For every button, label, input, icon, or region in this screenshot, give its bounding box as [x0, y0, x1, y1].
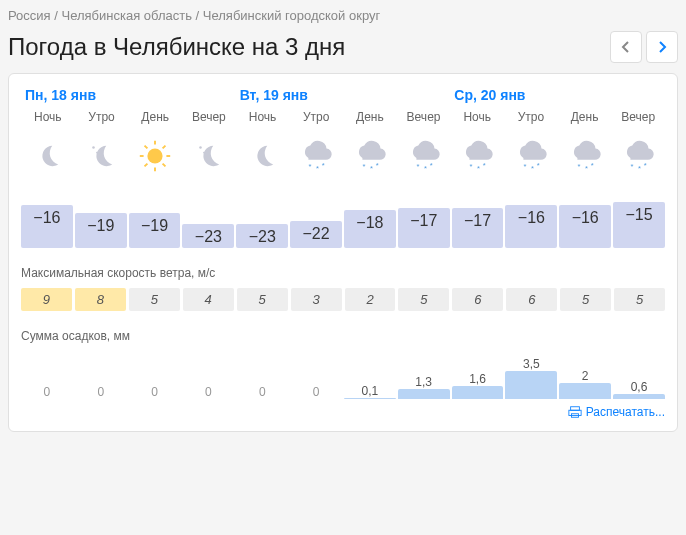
svg-point-0 [92, 146, 95, 149]
daypart-label: Утро [289, 110, 343, 124]
daypart-label: Вечер [182, 110, 236, 124]
svg-text:*: * [590, 161, 593, 170]
weather-card: Пн, 18 янв Вт, 19 янв Ср, 20 янв НочьУтр… [8, 73, 678, 432]
next-button[interactable] [646, 31, 678, 63]
crumb-link[interactable]: Челябинский городской округ [203, 8, 380, 23]
wind-value: 5 [614, 288, 665, 311]
svg-line-7 [145, 146, 148, 149]
precip-value: 0 [182, 385, 234, 399]
precip-value: 1,6 [452, 372, 504, 399]
weather-icon: *** [343, 128, 397, 184]
wind-value: 9 [21, 288, 72, 311]
svg-rect-34 [570, 407, 579, 411]
wind-value: 6 [452, 288, 503, 311]
temp-value: −23 [182, 224, 234, 248]
svg-text:*: * [638, 164, 641, 173]
precip-value: 0,6 [613, 380, 665, 399]
daypart-label: Ночь [450, 110, 504, 124]
daypart-label: День [343, 110, 397, 124]
precip-value: 0 [290, 385, 342, 399]
crumb-link[interactable]: Россия [8, 8, 51, 23]
temp-value: −15 [613, 202, 665, 248]
temp-value: −18 [344, 210, 396, 248]
crumb-link[interactable]: Челябинская область [61, 8, 191, 23]
daypart-label: Утро [504, 110, 558, 124]
chevron-left-icon [621, 40, 631, 54]
svg-text:*: * [316, 164, 319, 173]
day-label[interactable]: Вт, 19 янв [236, 87, 308, 103]
temp-value: −19 [129, 213, 181, 248]
svg-text:*: * [644, 161, 647, 170]
daypart-label: Вечер [397, 110, 451, 124]
svg-point-11 [199, 146, 202, 149]
page-title: Погода в Челябинске на 3 дня [8, 33, 345, 61]
daypart-label: Ночь [21, 110, 75, 124]
svg-text:*: * [376, 161, 379, 170]
breadcrumb: Россия / Челябинская область / Челябинск… [8, 8, 678, 23]
svg-line-9 [145, 164, 148, 167]
wind-value: 5 [560, 288, 611, 311]
precip-value: 3,5 [505, 357, 557, 399]
precip-value: 0 [129, 385, 181, 399]
weather-icon: *** [397, 128, 451, 184]
wind-section-label: Максимальная скорость ветра, м/с [21, 266, 665, 280]
weather-icon [21, 128, 75, 184]
svg-point-12 [203, 152, 205, 154]
weather-icon [182, 128, 236, 184]
svg-line-10 [163, 146, 166, 149]
temp-value: −22 [290, 221, 342, 248]
weather-icon: *** [289, 128, 343, 184]
wind-value: 5 [129, 288, 180, 311]
temp-value: −16 [559, 205, 611, 248]
svg-text:*: * [631, 162, 634, 171]
svg-text:*: * [585, 164, 588, 173]
wind-value: 4 [183, 288, 234, 311]
weather-icon: *** [504, 128, 558, 184]
precip-value: 0 [236, 385, 288, 399]
svg-point-2 [148, 148, 163, 163]
weather-icon [75, 128, 129, 184]
precip-value: 0,1 [344, 384, 396, 399]
wind-value: 2 [345, 288, 396, 311]
weather-icon: *** [611, 128, 665, 184]
temp-value: −17 [452, 208, 504, 249]
temp-value: −19 [75, 213, 127, 248]
daypart-label: День [558, 110, 612, 124]
daypart-label: Вечер [611, 110, 665, 124]
wind-value: 5 [237, 288, 288, 311]
svg-text:*: * [370, 164, 373, 173]
day-label[interactable]: Пн, 18 янв [21, 87, 96, 103]
day-label[interactable]: Ср, 20 янв [450, 87, 525, 103]
temp-value: −23 [236, 224, 288, 248]
temp-value: −16 [505, 205, 557, 248]
svg-text:*: * [577, 162, 580, 171]
chevron-right-icon [657, 40, 667, 54]
prev-button[interactable] [610, 31, 642, 63]
precip-value: 0 [75, 385, 127, 399]
temp-value: −16 [21, 205, 73, 248]
daypart-label: День [128, 110, 182, 124]
temp-value: −17 [398, 208, 450, 249]
svg-text:*: * [429, 161, 432, 170]
svg-text:*: * [523, 162, 526, 171]
wind-value: 3 [291, 288, 342, 311]
weather-icon [128, 128, 182, 184]
svg-text:*: * [362, 162, 365, 171]
weather-icon: *** [558, 128, 612, 184]
weather-icon [236, 128, 290, 184]
svg-line-8 [163, 164, 166, 167]
wind-value: 5 [398, 288, 449, 311]
printer-icon [568, 405, 582, 419]
svg-text:*: * [537, 161, 540, 170]
precip-section-label: Сумма осадков, мм [21, 329, 665, 343]
precip-value: 1,3 [398, 375, 450, 399]
daypart-label: Ночь [236, 110, 290, 124]
svg-rect-35 [569, 410, 581, 415]
wind-value: 8 [75, 288, 126, 311]
svg-text:*: * [322, 161, 325, 170]
weather-icon: *** [450, 128, 504, 184]
daypart-label: Утро [75, 110, 129, 124]
print-link[interactable]: Распечатать... [586, 405, 665, 419]
svg-text:*: * [424, 164, 427, 173]
svg-text:*: * [470, 162, 473, 171]
